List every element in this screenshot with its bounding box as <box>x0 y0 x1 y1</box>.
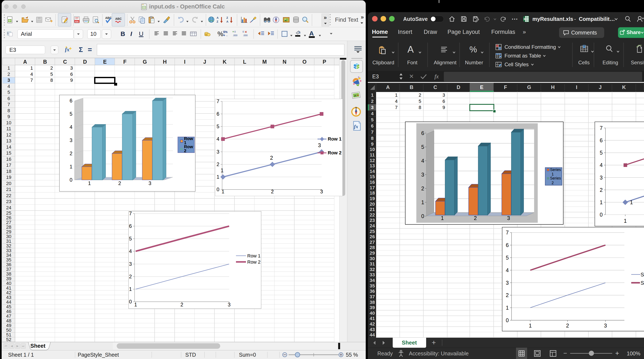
svg-text:A: A <box>216 16 219 20</box>
svg-text:3: 3 <box>506 280 509 286</box>
svg-text:+: + <box>232 30 234 33</box>
svg-text:2: 2 <box>70 150 72 156</box>
svg-text:ABC: ABC <box>115 17 122 20</box>
svg-text:2: 2 <box>506 292 509 298</box>
svg-text:0: 0 <box>234 30 236 33</box>
svg-text:6: 6 <box>421 130 424 136</box>
svg-text:6: 6 <box>129 223 132 229</box>
svg-text:7: 7 <box>216 99 219 104</box>
svg-text:6: 6 <box>216 111 219 117</box>
svg-text:6: 6 <box>506 242 509 248</box>
svg-text:7: 7 <box>600 125 603 131</box>
svg-text:2: 2 <box>216 162 219 167</box>
svg-text:.000: .000 <box>233 34 238 36</box>
svg-text:6: 6 <box>600 137 603 143</box>
svg-text:Row 2: Row 2 <box>247 259 260 265</box>
svg-text:5: 5 <box>216 124 219 129</box>
svg-text:0: 0 <box>70 177 72 183</box>
svg-text:Series: Series <box>550 176 561 180</box>
svg-text:X: X <box>524 18 526 21</box>
svg-text:Row 1: Row 1 <box>247 253 260 258</box>
svg-text:4: 4 <box>70 124 72 130</box>
svg-text:5: 5 <box>70 111 72 117</box>
svg-text:1: 1 <box>506 305 509 311</box>
svg-text:0: 0 <box>506 317 509 323</box>
svg-text:3: 3 <box>129 261 132 267</box>
svg-text:2: 2 <box>566 322 569 328</box>
svg-text:1: 1 <box>134 302 137 308</box>
svg-text:Z: Z <box>216 20 218 23</box>
svg-text:3: 3 <box>216 149 219 154</box>
svg-text:2: 2 <box>180 302 183 308</box>
svg-text:4: 4 <box>600 162 603 168</box>
svg-text:3: 3 <box>70 137 72 143</box>
svg-text:Z: Z <box>226 16 228 20</box>
svg-text:1: 1 <box>129 286 132 292</box>
svg-text:0: 0 <box>242 30 244 33</box>
svg-text:✕: ✕ <box>244 30 247 34</box>
svg-text:4: 4 <box>216 136 219 142</box>
svg-text:$%: $% <box>223 30 228 34</box>
svg-text:0: 0 <box>216 186 219 192</box>
svg-text:5: 5 <box>421 144 424 150</box>
svg-text:5: 5 <box>600 150 603 156</box>
svg-text:.000: .000 <box>243 34 248 36</box>
svg-text:1: 1 <box>421 199 424 205</box>
svg-text:1: 1 <box>221 167 224 173</box>
svg-text:7: 7 <box>129 211 132 216</box>
svg-text:1: 1 <box>222 189 224 194</box>
svg-text:1: 1 <box>552 172 554 176</box>
svg-text:PDF: PDF <box>75 20 79 22</box>
svg-text:2: 2 <box>474 215 477 221</box>
svg-text:←: ← <box>226 34 228 36</box>
svg-text:3: 3 <box>228 302 230 308</box>
svg-text:1: 1 <box>600 199 603 205</box>
svg-text:4: 4 <box>421 158 424 164</box>
svg-text:1: 1 <box>441 215 444 221</box>
svg-text:1: 1 <box>216 174 219 180</box>
svg-text:1: 1 <box>624 218 627 224</box>
svg-text:2: 2 <box>184 148 186 153</box>
svg-text:5: 5 <box>506 255 509 261</box>
svg-text:1: 1 <box>529 322 532 328</box>
svg-text:1: 1 <box>88 180 91 186</box>
svg-text:Se: Se <box>640 280 644 286</box>
svg-text:3: 3 <box>507 215 510 221</box>
svg-text:3: 3 <box>148 180 151 186</box>
svg-text:6: 6 <box>70 98 72 104</box>
svg-text:Se: Se <box>640 272 644 278</box>
svg-text:1: 1 <box>630 199 633 205</box>
svg-text:Series: Series <box>550 168 561 172</box>
svg-text:4: 4 <box>506 267 509 273</box>
svg-text:2: 2 <box>129 274 132 279</box>
svg-text:4: 4 <box>129 248 132 254</box>
svg-text:2: 2 <box>270 155 273 161</box>
svg-text:0: 0 <box>600 212 603 218</box>
svg-text:A: A <box>226 20 228 23</box>
svg-text:2: 2 <box>421 186 424 192</box>
svg-text:2: 2 <box>600 187 603 193</box>
svg-text:0: 0 <box>129 299 132 304</box>
svg-text:2: 2 <box>552 181 554 185</box>
svg-text:7: 7 <box>506 230 509 236</box>
svg-text:1: 1 <box>70 164 72 170</box>
svg-text:fx: fx <box>65 46 70 52</box>
svg-text:ABC: ABC <box>105 16 112 20</box>
svg-text:3: 3 <box>600 174 603 180</box>
svg-text:3: 3 <box>604 322 607 328</box>
svg-text:2: 2 <box>271 189 274 194</box>
svg-text:0: 0 <box>421 213 424 219</box>
svg-text:5: 5 <box>129 236 132 242</box>
svg-text:2: 2 <box>118 180 121 186</box>
svg-text:3: 3 <box>421 172 424 178</box>
